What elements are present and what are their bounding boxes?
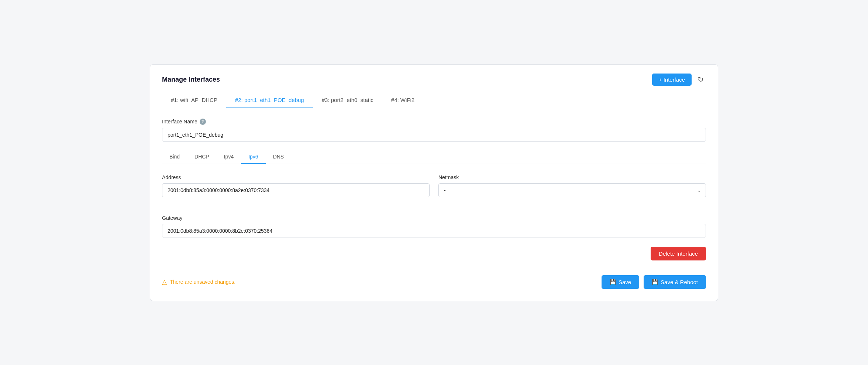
help-icon[interactable]: ?	[200, 119, 206, 125]
interface-name-section: Interface Name ?	[162, 119, 706, 142]
sub-tab-ipv4[interactable]: Ipv4	[217, 151, 241, 164]
interface-tab-2[interactable]: #2: port1_eth1_POE_debug	[226, 93, 313, 108]
save-button[interactable]: 💾 Save	[602, 275, 639, 289]
sub-tab-bind[interactable]: Bind	[162, 151, 187, 164]
interface-tab-3[interactable]: #3: port2_eth0_static	[313, 93, 382, 108]
interface-name-label: Interface Name ?	[162, 119, 706, 125]
netmask-select-wrapper: - 64 48 32 128 ⌄	[438, 183, 706, 197]
delete-interface-button[interactable]: Delete Interface	[651, 247, 706, 260]
address-section: Address	[162, 174, 430, 197]
interface-tab-4[interactable]: #4: WiFi2	[382, 93, 423, 108]
footer-buttons: 💾 Save 💾 Save & Reboot	[602, 275, 706, 289]
unsaved-message: There are unsaved changes.	[170, 279, 235, 285]
netmask-select[interactable]: - 64 48 32 128	[438, 183, 706, 197]
address-label: Address	[162, 174, 430, 180]
sub-tabs: Bind DHCP Ipv4 Ipv6 DNS	[162, 151, 706, 164]
footer: △ There are unsaved changes. 💾 Save 💾 Sa…	[162, 275, 706, 289]
interface-tabs: #1: wifi_AP_DHCP #2: port1_eth1_POE_debu…	[162, 93, 706, 108]
refresh-button[interactable]: ↻	[695, 74, 706, 85]
refresh-icon: ↻	[698, 75, 704, 83]
delete-button-row: Delete Interface	[162, 247, 706, 260]
sub-tab-dhcp[interactable]: DHCP	[187, 151, 217, 164]
save-reboot-icon: 💾	[652, 279, 658, 285]
sub-tab-ipv6[interactable]: Ipv6	[241, 151, 265, 164]
gateway-label: Gateway	[162, 215, 706, 221]
netmask-label: Netmask	[438, 174, 706, 180]
card-header: Manage Interfaces + Interface ↻	[162, 74, 706, 86]
address-input[interactable]	[162, 183, 430, 197]
manage-interfaces-card: Manage Interfaces + Interface ↻ #1: wifi…	[150, 64, 718, 301]
save-reboot-button[interactable]: 💾 Save & Reboot	[644, 275, 706, 289]
add-interface-button[interactable]: + Interface	[652, 74, 692, 86]
sub-tab-dns[interactable]: DNS	[266, 151, 292, 164]
netmask-section: Netmask - 64 48 32 128 ⌄	[438, 174, 706, 197]
gateway-section: Gateway	[162, 215, 706, 238]
interface-tab-1[interactable]: #1: wifi_AP_DHCP	[162, 93, 226, 108]
warning-icon: △	[162, 278, 167, 286]
page-title: Manage Interfaces	[162, 76, 220, 83]
save-icon: 💾	[610, 279, 616, 285]
gateway-input[interactable]	[162, 224, 706, 238]
interface-name-input[interactable]	[162, 128, 706, 142]
unsaved-warning: △ There are unsaved changes.	[162, 278, 235, 286]
header-actions: + Interface ↻	[652, 74, 706, 86]
address-netmask-row: Address Netmask - 64 48 32 128 ⌄	[162, 174, 706, 206]
